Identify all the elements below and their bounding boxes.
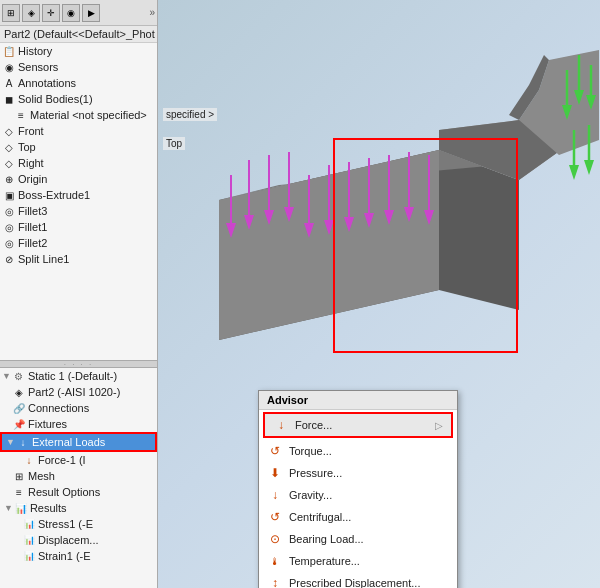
origin-icon: ⊕ [2,172,16,186]
force-menu-icon: ↓ [273,417,289,433]
status-top: Top [163,137,185,150]
status-specified: specified > [163,108,217,121]
force-menu-label: Force... [295,419,332,431]
tree-item-boss-extrude1[interactable]: ▣ Boss-Extrude1 [0,187,157,203]
tree-item-part2-aisi[interactable]: ◈ Part2 (-AISI 1020-) [0,384,157,400]
boss-extrude1-icon: ▣ [2,188,16,202]
tree-item-results[interactable]: ▼ 📊 Results [0,500,157,516]
part2-aisi-icon: ◈ [12,385,26,399]
simulation-tree: ▼ ⚙ Static 1 (-Default-) ◈ Part2 (-AISI … [0,368,157,588]
temperature-menu-label: Temperature... [289,555,360,567]
tree-item-front[interactable]: ◇ Front [0,123,157,139]
fillet1-icon: ◎ [2,220,16,234]
toolbar: ⊞ ◈ ✛ ◉ ▶ » [0,0,157,26]
fixtures-icon: 📌 [12,417,26,431]
context-menu-force[interactable]: ↓ Force... ▷ [263,412,453,438]
connections-label: Connections [28,402,89,414]
temperature-menu-icon: 🌡 [267,553,283,569]
split-line1-label: Split Line1 [18,253,69,265]
context-menu-torque[interactable]: ↺ Torque... [259,440,457,462]
expand-icon: ▼ [2,371,11,381]
context-menu-pressure[interactable]: ⬇ Pressure... [259,462,457,484]
tree-item-sensors[interactable]: ◉ Sensors [0,59,157,75]
history-label: History [18,45,52,57]
static1-label: Static 1 (-Default-) [28,370,117,382]
context-menu-prescribed-displacement[interactable]: ↕ Prescribed Displacement... [259,572,457,588]
fixtures-label: Fixtures [28,418,67,430]
context-menu-temperature[interactable]: 🌡 Temperature... [259,550,457,572]
pressure-menu-icon: ⬇ [267,465,283,481]
toolbar-icon-5[interactable]: ▶ [82,4,100,22]
strain1-label: Strain1 (-E [38,550,91,562]
tree-item-top[interactable]: ◇ Top [0,139,157,155]
fillet3-icon: ◎ [2,204,16,218]
tree-item-solid-bodies[interactable]: ◼ Solid Bodies(1) [0,91,157,107]
context-menu: Advisor ↓ Force... ▷ ↺ Torque... ⬇ Press… [258,390,458,588]
force1-icon: ↓ [22,453,36,467]
split-line1-icon: ⊘ [2,252,16,266]
tree-item-result-options[interactable]: ≡ Result Options [0,484,157,500]
tree-item-mesh[interactable]: ⊞ Mesh [0,468,157,484]
sensors-icon: ◉ [2,60,16,74]
feature-tree-top: 📋 History ◉ Sensors A Annotations ◼ Soli… [0,43,157,360]
panel-splitter[interactable]: · · · · [0,360,157,368]
tree-item-right[interactable]: ◇ Right [0,155,157,171]
tree-item-fillet1[interactable]: ◎ Fillet1 [0,219,157,235]
tree-item-stress1[interactable]: 📊 Stress1 (-E [0,516,157,532]
centrifugal-menu-label: Centrifugal... [289,511,351,523]
context-menu-centrifugal[interactable]: ↺ Centrifugal... [259,506,457,528]
prescribed-displacement-menu-icon: ↕ [267,575,283,588]
tree-item-split-line1[interactable]: ⊘ Split Line1 [0,251,157,267]
front-label: Front [18,125,44,137]
torque-menu-label: Torque... [289,445,332,457]
result-options-icon: ≡ [12,485,26,499]
context-menu-header: Advisor [259,391,457,410]
toolbar-more[interactable]: » [149,7,155,18]
force1-label: Force-1 (I [38,454,86,466]
material-label: Material <not specified> [30,109,147,121]
solid-bodies-icon: ◼ [2,92,16,106]
top-icon: ◇ [2,140,16,154]
fillet1-label: Fillet1 [18,221,47,233]
displacement-label: Displacem... [38,534,99,546]
solid-bodies-label: Solid Bodies(1) [18,93,93,105]
toolbar-icon-3[interactable]: ✛ [42,4,60,22]
tree-item-connections[interactable]: 🔗 Connections [0,400,157,416]
toolbar-icon-1[interactable]: ⊞ [2,4,20,22]
context-menu-gravity[interactable]: ↓ Gravity... [259,484,457,506]
torque-menu-icon: ↺ [267,443,283,459]
top-label: Top [18,141,36,153]
tree-item-external-loads[interactable]: ▼ ↓ External Loads [0,432,157,452]
tree-item-displacement[interactable]: 📊 Displacem... [0,532,157,548]
results-label: Results [30,502,67,514]
tree-item-origin[interactable]: ⊕ Origin [0,171,157,187]
part-name: Part2 (Default<<Default>_Phot [0,26,157,43]
tree-item-strain1[interactable]: 📊 Strain1 (-E [0,548,157,564]
tree-item-static1[interactable]: ▼ ⚙ Static 1 (-Default-) [0,368,157,384]
tree-item-annotations[interactable]: A Annotations [0,75,157,91]
part2-aisi-label: Part2 (-AISI 1020-) [28,386,120,398]
annotations-icon: A [2,76,16,90]
sensors-label: Sensors [18,61,58,73]
tree-item-history[interactable]: 📋 History [0,43,157,59]
history-icon: 📋 [2,44,16,58]
cursor-indicator: ▷ [435,420,443,431]
tree-item-fixtures[interactable]: 📌 Fixtures [0,416,157,432]
mesh-label: Mesh [28,470,55,482]
svg-marker-39 [584,160,594,175]
main-viewport: specified > Top Advisor ↓ Force... ▷ ↺ T… [158,0,600,588]
results-icon: 📊 [14,501,28,515]
toolbar-icon-2[interactable]: ◈ [22,4,40,22]
strain1-icon: 📊 [22,549,36,563]
right-label: Right [18,157,44,169]
tree-item-fillet3[interactable]: ◎ Fillet3 [0,203,157,219]
toolbar-icon-4[interactable]: ◉ [62,4,80,22]
static1-icon: ⚙ [12,369,26,383]
tree-item-force1[interactable]: ↓ Force-1 (I [0,452,157,468]
prescribed-displacement-menu-label: Prescribed Displacement... [289,577,420,588]
context-menu-bearing-load[interactable]: ⊙ Bearing Load... [259,528,457,550]
tree-item-fillet2[interactable]: ◎ Fillet2 [0,235,157,251]
fillet3-label: Fillet3 [18,205,47,217]
tree-item-material[interactable]: ≡ Material <not specified> [0,107,157,123]
connections-icon: 🔗 [12,401,26,415]
